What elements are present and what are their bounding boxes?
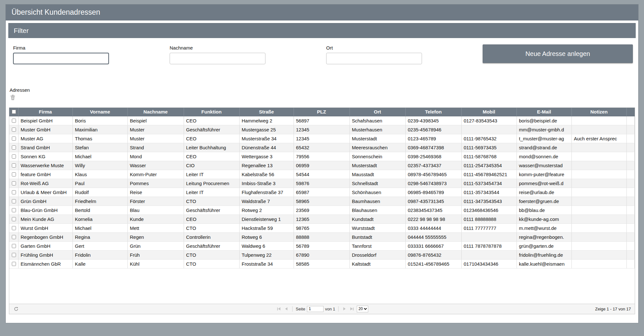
table-cell[interactable]: Michael: [73, 223, 127, 232]
row-checkbox[interactable]: [12, 190, 16, 194]
table-row[interactable]: Strand GmbHStefanStrandLeiter Buchhaltun…: [9, 143, 635, 152]
row-checkbox[interactable]: [12, 154, 16, 159]
table-cell[interactable]: Regina: [73, 232, 127, 241]
table-cell[interactable]: Flughafenstraße 37: [239, 188, 294, 197]
table-row[interactable]: Muster GmbHMaximilianMusterGeschäftsführ…: [9, 125, 635, 134]
table-cell[interactable]: pommes@rot-weiß.d: [517, 179, 571, 188]
table-row[interactable]: Wasserwerke MusteWillyWasserCIORegenalle…: [9, 161, 635, 170]
table-cell[interactable]: Mond: [127, 152, 184, 161]
table-cell[interactable]: mond@sonnen.de: [517, 152, 571, 161]
table-cell[interactable]: Kunde: [127, 215, 184, 223]
table-row[interactable]: Urlaub & Meer GmbHRudolfReiseLeiter ITFl…: [9, 188, 635, 197]
first-page-button[interactable]: [276, 306, 282, 312]
table-row[interactable]: Muster AGThomasMusterCEOMusterstraße 341…: [9, 134, 635, 143]
row-checkbox[interactable]: [12, 244, 16, 248]
table-cell[interactable]: 12345: [294, 125, 349, 134]
table-cell[interactable]: 58965: [294, 197, 349, 206]
column-header[interactable]: Vorname: [73, 108, 127, 116]
table-cell[interactable]: CEO: [184, 116, 239, 125]
table-cell[interactable]: 0111-56973435: [461, 143, 517, 152]
table-cell[interactable]: [571, 250, 626, 259]
table-cell[interactable]: Drosseldorf: [349, 250, 405, 259]
table-cell[interactable]: 0111-3473543543: [461, 197, 517, 206]
table-cell[interactable]: 56789: [294, 241, 349, 250]
table-cell[interactable]: Leitung Procuremen: [184, 179, 239, 188]
table-cell[interactable]: 0111 88888888: [461, 215, 517, 223]
new-address-button[interactable]: Neue Adresse anlegen: [483, 44, 633, 63]
row-checkbox[interactable]: [12, 145, 16, 150]
row-checkbox[interactable]: [12, 181, 16, 185]
firma-input[interactable]: [13, 53, 109, 64]
table-cell[interactable]: bb@blau.de: [517, 206, 571, 215]
table-row[interactable]: Rot-Weiß AGPaulPommesLeitung ProcuremenI…: [9, 179, 635, 188]
column-header[interactable]: Nachname: [127, 108, 184, 116]
table-cell[interactable]: Frühling GmbH: [18, 250, 73, 259]
table-cell[interactable]: Regenallee 13: [239, 161, 294, 170]
table-cell[interactable]: Dienstleisterweg 1: [239, 215, 294, 223]
table-cell[interactable]: strand@strand.de: [517, 143, 571, 152]
table-row[interactable]: Wurst GmbHMichaelMettCTOHackstraße 59987…: [9, 223, 635, 232]
table-cell[interactable]: Froststraße 34: [239, 259, 294, 268]
table-cell[interactable]: t_muster@muster-ag: [517, 134, 571, 143]
table-cell[interactable]: Stefan: [73, 143, 127, 152]
column-header[interactable]: E-Mail: [517, 108, 571, 116]
delete-address-button[interactable]: [10, 95, 15, 102]
page-size-select[interactable]: 20: [357, 306, 368, 312]
table-cell[interactable]: 0987-435731345: [405, 197, 461, 206]
table-cell[interactable]: mm@muster-gmbh.d: [517, 125, 571, 134]
table-cell[interactable]: Sonnenschein: [349, 152, 405, 161]
table-cell[interactable]: Boris: [73, 116, 127, 125]
row-checkbox[interactable]: [12, 163, 16, 168]
table-cell[interactable]: Kühl: [127, 259, 184, 268]
table-cell[interactable]: Wurststadt: [349, 223, 405, 232]
table-cell[interactable]: 0239-4398345: [405, 116, 461, 125]
row-checkbox[interactable]: [12, 128, 16, 132]
table-row[interactable]: feature GmbHKlausKomm-PuterLeiter ITKabe…: [9, 170, 635, 179]
table-cell[interactable]: Musterstadt: [349, 134, 405, 143]
table-cell[interactable]: Friedhelm: [73, 197, 127, 206]
column-header[interactable]: PLZ: [294, 108, 349, 116]
table-cell[interactable]: [461, 250, 517, 259]
table-cell[interactable]: [571, 170, 626, 179]
table-cell[interactable]: feature GmbH: [18, 170, 73, 179]
row-checkbox[interactable]: [12, 137, 16, 141]
table-cell[interactable]: Willy: [73, 161, 127, 170]
table-cell[interactable]: Garten GmbH: [18, 241, 73, 250]
last-page-button[interactable]: [349, 306, 355, 312]
table-cell[interactable]: 0171043434346: [461, 259, 517, 268]
table-cell[interactable]: Regen: [127, 232, 184, 241]
table-cell[interactable]: 12365: [294, 215, 349, 223]
table-cell[interactable]: Maximilian: [73, 125, 127, 134]
table-cell[interactable]: Förster: [127, 197, 184, 206]
table-cell[interactable]: 033331 6666667: [405, 241, 461, 250]
table-cell[interactable]: Grün: [127, 241, 184, 250]
row-checkbox[interactable]: [12, 208, 16, 212]
table-cell[interactable]: Wasserwerke Muste: [18, 161, 73, 170]
table-cell[interactable]: 0111-5373454734: [461, 179, 517, 188]
table-cell[interactable]: Kundstadt: [349, 215, 405, 223]
table-cell[interactable]: Wasser: [127, 161, 184, 170]
next-page-button[interactable]: [342, 306, 347, 312]
table-cell[interactable]: [571, 215, 626, 223]
table-cell[interactable]: Kalle: [73, 259, 127, 268]
table-cell[interactable]: 58585: [294, 259, 349, 268]
table-cell[interactable]: Geschäftsführer: [184, 125, 239, 134]
prev-page-button[interactable]: [284, 306, 289, 312]
table-cell[interactable]: 044444 55555555: [405, 232, 461, 241]
table-cell[interactable]: [461, 232, 517, 241]
table-cell[interactable]: kalle.kuehl@eismaen: [517, 259, 571, 268]
table-cell[interactable]: Imbiss-Straße 3: [239, 179, 294, 188]
table-cell[interactable]: Schönhausen: [349, 188, 405, 197]
table-cell[interactable]: [571, 125, 626, 134]
table-cell[interactable]: 56897: [294, 116, 349, 125]
table-cell[interactable]: Muster: [127, 134, 184, 143]
table-cell[interactable]: 0123-465789: [405, 134, 461, 143]
table-cell[interactable]: 23569: [294, 206, 349, 215]
table-cell[interactable]: Strand: [127, 143, 184, 152]
table-cell[interactable]: 88888: [294, 232, 349, 241]
table-cell[interactable]: [571, 152, 626, 161]
table-cell[interactable]: 0298-5467438973: [405, 179, 461, 188]
row-checkbox[interactable]: [12, 226, 16, 230]
table-cell[interactable]: Pommes: [127, 179, 184, 188]
table-cell[interactable]: CTO: [184, 223, 239, 232]
